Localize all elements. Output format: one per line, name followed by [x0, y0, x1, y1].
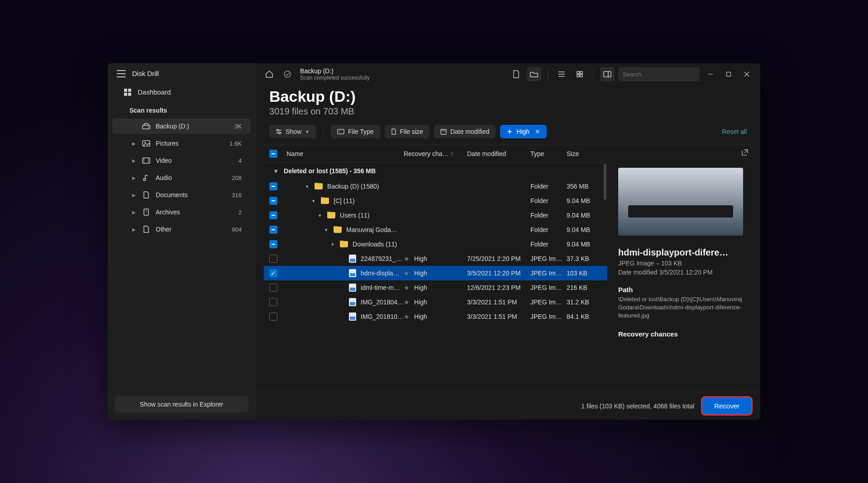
recover-button[interactable]: Recover: [702, 398, 751, 414]
star-icon[interactable]: ★: [404, 313, 410, 320]
svg-line-34: [744, 150, 748, 153]
popout-icon[interactable]: [741, 149, 749, 156]
close-button[interactable]: [739, 67, 754, 81]
show-dropdown[interactable]: Show ▼: [269, 125, 316, 138]
row-checkbox[interactable]: [269, 313, 277, 321]
sort-asc-icon: ↑: [450, 150, 453, 157]
search-input[interactable]: [623, 71, 699, 78]
sidebar-item-count: 208: [232, 175, 242, 181]
row-checkbox[interactable]: [269, 255, 277, 263]
sidebar-item-documents[interactable]: ▶ Documents 316: [112, 187, 251, 203]
row-size: 9.04 MB: [567, 212, 603, 219]
star-icon[interactable]: ★: [404, 298, 410, 306]
row-size: 216 KB: [567, 284, 603, 291]
star-icon[interactable]: ★: [404, 255, 410, 262]
row-checkbox[interactable]: ✓: [269, 269, 277, 277]
folder-row[interactable]: ▾ Downloads (11) Folder 9.04 MB: [264, 237, 607, 251]
row-checkbox[interactable]: [269, 298, 277, 306]
archive-icon: [142, 208, 150, 216]
col-type[interactable]: Type: [530, 150, 567, 157]
preview-pane-icon[interactable]: [600, 67, 615, 81]
chevron-down-icon[interactable]: ▾: [317, 213, 323, 218]
maximize-button[interactable]: [721, 67, 736, 81]
sidebar-section-label: Scan results: [108, 100, 255, 118]
reset-all-link[interactable]: Reset all: [722, 128, 747, 135]
filter-file-type[interactable]: File Type: [331, 125, 380, 138]
row-checkbox[interactable]: [269, 197, 277, 205]
image-icon: [337, 129, 344, 134]
sidebar-item-label: Other: [156, 226, 172, 233]
folder-row[interactable]: ▾ Manuviraj Goda… Folder 9.04 MB: [264, 223, 607, 237]
file-row[interactable]: IMG_201810… ★High 3/3/2021 1:51 PM JPEG …: [264, 309, 607, 324]
sidebar-item-other[interactable]: ▶ Other 904: [112, 222, 251, 237]
select-all-checkbox[interactable]: [269, 150, 277, 158]
star-icon[interactable]: ★: [404, 270, 410, 277]
col-date[interactable]: Date modified: [467, 150, 530, 157]
sidebar-item-video[interactable]: ▶ Video 4: [112, 153, 251, 168]
preview-pane: hdmi-displayport-difere… JPEG Image – 10…: [607, 145, 752, 392]
scrollbar[interactable]: [604, 164, 606, 200]
svg-rect-30: [338, 129, 344, 134]
sidebar-dashboard[interactable]: Dashboard: [108, 84, 255, 100]
search-box[interactable]: [618, 67, 700, 81]
pill-label: File Type: [348, 128, 374, 135]
filter-date-modified[interactable]: Date modified: [434, 125, 496, 138]
dashboard-icon: [124, 89, 131, 96]
filter-bar: Show ▼ File Type File size Date modified…: [256, 121, 760, 145]
folder-name: Users (11): [340, 212, 369, 219]
chevron-down-icon[interactable]: ▾: [305, 184, 310, 189]
file-icon: [391, 128, 396, 135]
col-recovery[interactable]: Recovery cha… ↑: [404, 150, 467, 157]
col-size[interactable]: Size: [567, 150, 603, 157]
sidebar-item-archives[interactable]: ▶ Archives 2: [112, 204, 251, 220]
file-name: 224879231_…: [361, 255, 402, 262]
grid-view-icon[interactable]: [572, 67, 587, 81]
filter-high[interactable]: High ✕: [500, 125, 547, 138]
row-checkbox[interactable]: [269, 226, 277, 234]
row-checkbox[interactable]: [269, 284, 277, 292]
jpeg-file-icon: [349, 269, 356, 277]
row-checkbox[interactable]: [269, 211, 277, 219]
sidebar-item-label: Audio: [156, 174, 172, 181]
row-type: JPEG Im…: [530, 284, 567, 291]
col-name[interactable]: Name: [286, 150, 404, 157]
chevron-down-icon[interactable]: ▾: [330, 242, 335, 247]
file-view-icon[interactable]: [509, 67, 523, 81]
minimize-button[interactable]: [703, 67, 718, 81]
filter-file-size[interactable]: File size: [385, 125, 429, 138]
sidebar-item-count: 1.6K: [229, 140, 242, 147]
selection-status: 1 files (103 KB) selected, 4068 files to…: [581, 402, 694, 410]
folder-row[interactable]: ▾ [C] (11) Folder 9.04 MB: [264, 194, 607, 208]
row-checkbox[interactable]: [269, 182, 277, 190]
sidebar-item-audio[interactable]: ▶ Audio 208: [112, 170, 251, 185]
preview-title: hdmi-displayport-difere…: [618, 247, 743, 258]
sidebar-item-pictures[interactable]: ▶ Pictures 1.6K: [112, 136, 251, 151]
file-row[interactable]: idml-time-m… ★High 12/6/2021 2:23 PM JPE…: [264, 280, 607, 295]
page-title: Backup (D:): [269, 88, 747, 105]
list-view-icon[interactable]: [554, 67, 569, 81]
show-in-explorer-button[interactable]: Show scan results in Explorer: [115, 396, 248, 412]
chevron-down-icon[interactable]: ▾: [311, 198, 316, 204]
star-icon[interactable]: ★: [404, 284, 410, 291]
chevron-down-icon[interactable]: ▾: [324, 227, 329, 233]
recovery-chance: High: [414, 270, 427, 277]
recovery-chance: High: [414, 284, 427, 291]
file-row[interactable]: IMG_201804… ★High 3/3/2021 1:51 PM JPEG …: [264, 295, 607, 309]
svg-rect-16: [577, 75, 579, 77]
folder-row[interactable]: ▾ Backup (D) (1580) Folder 356 MB: [264, 179, 607, 194]
folder-row[interactable]: ▾ Users (11) Folder 9.04 MB: [264, 208, 607, 223]
home-icon[interactable]: [262, 67, 277, 81]
row-date: 3/3/2021 1:51 PM: [467, 313, 530, 320]
file-row[interactable]: 224879231_… ★High 7/25/2021 2:20 PM JPEG…: [264, 251, 607, 266]
folder-view-icon[interactable]: [527, 67, 541, 81]
close-icon[interactable]: ✕: [535, 128, 540, 135]
menu-icon[interactable]: [117, 70, 126, 77]
row-size: 9.04 MB: [567, 197, 603, 204]
row-size: 31.2 KB: [567, 298, 603, 306]
group-header[interactable]: ▾Deleted or lost (1585) - 356 MB: [264, 163, 607, 179]
file-row[interactable]: ✓ hdmi-displa… ★High 3/5/2021 12:20 PM J…: [264, 266, 607, 280]
svg-point-7: [143, 179, 146, 181]
folder-icon: [334, 227, 342, 233]
sidebar-item-backup[interactable]: Backup (D:) 3K: [112, 118, 251, 134]
row-checkbox[interactable]: [269, 240, 277, 248]
